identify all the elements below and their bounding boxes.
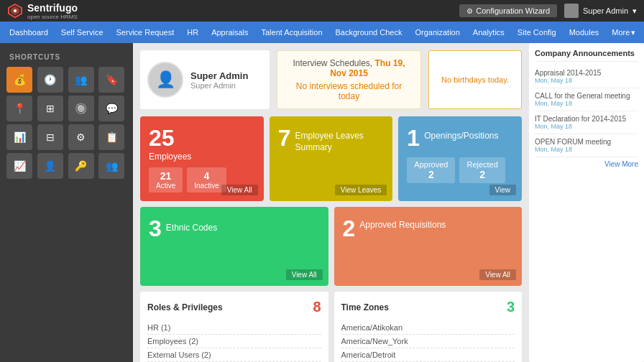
nav-analytics[interactable]: Analytics (467, 25, 510, 40)
req-view-all[interactable]: View All (479, 269, 516, 280)
gear-icon: ⚙ (466, 7, 473, 15)
admin-avatar (564, 4, 579, 18)
employees-label: Employees (149, 152, 255, 162)
shortcuts-grid: 💰 🕐 👥 🔖 📍 ⊞ 🔘 💬 📊 ⊟ ⚙ 📋 📈 👤 🔑 👥 (4, 67, 129, 179)
shortcut-3[interactable]: 👥 (68, 67, 94, 93)
shortcut-2[interactable]: 🕐 (37, 67, 63, 93)
active-label: Active (156, 182, 175, 190)
navbar: Dashboard Self Service Service Request H… (0, 22, 644, 43)
interview-label: Interview Schedules, (293, 58, 372, 68)
inactive-label: Inactive (194, 182, 218, 190)
shortcut-6[interactable]: ⊞ (37, 96, 63, 121)
shortcut-4[interactable]: 🔖 (98, 67, 124, 93)
shortcut-12[interactable]: 📋 (98, 124, 124, 150)
shortcut-9[interactable]: 📊 (6, 124, 32, 150)
ethnic-view-all[interactable]: View All (286, 269, 323, 280)
openings-card: 1 Openings/Positions Approved 2 Rejected… (398, 116, 522, 201)
leaves-count: 7 (278, 125, 291, 152)
stats-row-2: 3 Ethnic Codes View All 2 Approved Requi… (140, 207, 522, 286)
ann-date-4: Mon, May 18 (535, 146, 638, 153)
admin-name: Super Admin (583, 6, 628, 15)
avatar-icon: 👤 (156, 70, 175, 89)
nav-more[interactable]: More ▾ (606, 25, 641, 40)
nav-organization[interactable]: Organization (409, 25, 465, 40)
nav-hr[interactable]: HR (181, 25, 204, 40)
leaves-content: 7 Employee Leaves Summary (278, 125, 385, 153)
active-employees: 21 Active (149, 167, 183, 192)
ethnic-card: 3 Ethnic Codes View All (140, 207, 328, 286)
dropdown-icon[interactable]: ▾ (632, 6, 637, 16)
shortcut-10[interactable]: ⊟ (37, 124, 63, 150)
roles-title: Roles & Privileges (147, 302, 223, 312)
user-role: Super Admin (190, 81, 248, 90)
ann-title-3: IT Declaration for 2014-2015 (535, 115, 638, 123)
leaves-view-btn[interactable]: View Leaves (335, 185, 387, 195)
ann-title-4: OPEN FORUM meeting (535, 138, 638, 146)
openings-view-btn[interactable]: View (489, 185, 517, 195)
leaves-label: Employee Leaves Summary (295, 131, 384, 153)
ann-date-1: Mon, May 18 (535, 77, 638, 84)
user-details: Super Admin Super Admin (190, 70, 248, 90)
timezone-item-1: America/Atikokan (341, 321, 515, 335)
employees-view-all[interactable]: View All (221, 185, 258, 195)
shortcut-7[interactable]: 🔘 (68, 96, 94, 121)
logo-name: Sentrifugo (27, 2, 78, 14)
svg-point-2 (14, 9, 17, 12)
stats-row-1: 25 Employees 21 Active 4 Inactive View A… (140, 116, 522, 201)
nav-background[interactable]: Background Check (330, 25, 408, 40)
shortcut-16[interactable]: 👥 (98, 153, 124, 179)
sidebar: SHORTCUTS 💰 🕐 👥 🔖 📍 ⊞ 🔘 💬 📊 ⊟ ⚙ 📋 📈 👤 🔑 … (0, 43, 133, 362)
shortcut-1[interactable]: 💰 (6, 67, 32, 93)
timezones-header: Time Zones 3 (341, 299, 515, 315)
nav-dashboard[interactable]: Dashboard (4, 25, 54, 40)
timezone-item-3: America/Detroit (341, 348, 515, 362)
right-panel: Company Announcements Appraisal 2014-201… (529, 43, 644, 362)
logo: Sentrifugo open source HRMS (7, 2, 78, 20)
config-wizard-button[interactable]: ⚙ Configuration Wizard (459, 4, 557, 17)
admin-info: Super Admin ▾ (564, 4, 637, 18)
timezones-count: 3 (507, 299, 515, 315)
ann-date-2: Mon, May 18 (535, 100, 638, 107)
rejected-openings: Rejected 2 (459, 157, 505, 183)
shortcut-13[interactable]: 📈 (6, 153, 32, 179)
approved-count: 2 (414, 169, 448, 180)
employees-card: 25 Employees 21 Active 4 Inactive View A… (140, 116, 264, 201)
nav-self-service[interactable]: Self Service (55, 25, 109, 40)
openings-top: 1 Openings/Positions (407, 125, 513, 152)
bottom-row: Roles & Privileges 8 HR (1) Employees (2… (140, 292, 522, 362)
birthday-section: No birthdays today. (428, 50, 522, 109)
announcement-3: IT Declaration for 2014-2015 Mon, May 18 (535, 111, 638, 134)
no-interviews-text: No interviews scheduled for today (285, 81, 413, 101)
req-count: 2 (343, 215, 356, 242)
roles-header: Roles & Privileges 8 (147, 299, 321, 315)
announcement-2: CALL for the General meeting Mon, May 18 (535, 88, 638, 111)
nav-modules[interactable]: Modules (564, 25, 605, 40)
nav-service-request[interactable]: Service Request (111, 25, 180, 40)
announcement-4: OPEN FORUM meeting Mon, May 18 (535, 134, 638, 157)
nav-siteconfig[interactable]: Site Config (512, 25, 562, 40)
inactive-employees: 4 Inactive (187, 167, 226, 192)
roles-count: 8 (313, 299, 321, 315)
shortcut-11[interactable]: ⚙ (68, 124, 94, 150)
main-layout: SHORTCUTS 💰 🕐 👥 🔖 📍 ⊞ 🔘 💬 📊 ⊟ ⚙ 📋 📈 👤 🔑 … (0, 43, 644, 362)
interview-header: Interview Schedules, Thu 19, Nov 2015 (285, 58, 413, 78)
nav-appraisals[interactable]: Appraisals (206, 25, 254, 40)
timezones-section: Time Zones 3 America/Atikokan America/Ne… (334, 292, 523, 362)
role-item-1: HR (1) (147, 321, 321, 335)
announcements-title: Company Announcements (535, 49, 638, 62)
shortcut-8[interactable]: 💬 (98, 96, 124, 121)
ethnic-label: Ethnic Codes (166, 223, 217, 233)
logo-text-block: Sentrifugo open source HRMS (27, 2, 78, 20)
openings-label: Openings/Positions (424, 131, 498, 141)
approved-label: Approved (414, 160, 448, 169)
interview-section: Interview Schedules, Thu 19, Nov 2015 No… (277, 50, 421, 109)
nav-talent[interactable]: Talent Acquisition (256, 25, 328, 40)
active-count: 21 (156, 170, 175, 182)
user-avatar: 👤 (147, 62, 183, 98)
shortcut-14[interactable]: 👤 (37, 153, 63, 179)
view-more-link[interactable]: View More (535, 160, 638, 168)
roles-section: Roles & Privileges 8 HR (1) Employees (2… (140, 292, 328, 362)
shortcut-15[interactable]: 🔑 (68, 153, 94, 179)
role-item-3: External Users (2) (147, 348, 321, 362)
shortcut-5[interactable]: 📍 (6, 96, 32, 121)
